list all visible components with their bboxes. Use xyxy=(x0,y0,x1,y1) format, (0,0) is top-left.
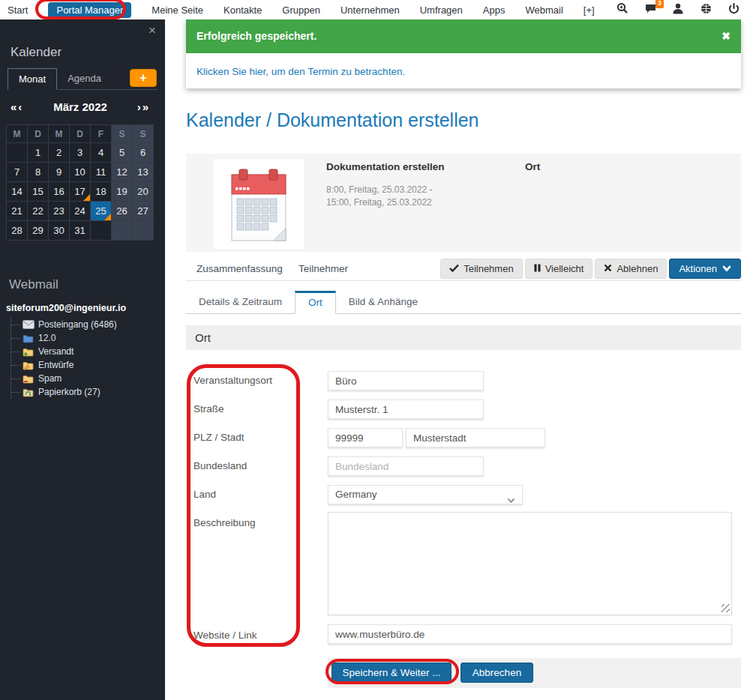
folder-label: 12.0 xyxy=(38,333,56,343)
tree-connector xyxy=(11,325,20,325)
webmail-folder-posteingang-6486[interactable]: Posteingang (6486) xyxy=(11,318,117,331)
tab-zusammenfassung[interactable]: Zusammenfassung xyxy=(196,263,283,274)
webmail-folder-entw-rfe[interactable]: Entwürfe xyxy=(11,358,117,372)
alert-header: Erfolgreich gespeichert. ✖ xyxy=(186,19,741,53)
calendar-day-16[interactable]: 16 xyxy=(49,182,70,202)
calendar-day-25[interactable]: 25 xyxy=(91,202,112,221)
calendar-day-11[interactable]: 11 xyxy=(91,163,112,182)
rsvp-buttons: TeilnehmenVielleichtAblehnenAktionen xyxy=(440,259,741,279)
view-event-link[interactable]: Klicken Sie hier, um den Termin zu betra… xyxy=(196,66,405,77)
calendar-day-2[interactable]: 2 xyxy=(49,143,70,163)
label-veranstaltungsort: Veranstaltungsort xyxy=(194,375,272,386)
calendar-day-1[interactable]: 1 xyxy=(28,143,49,163)
sidebar-tab-agenda[interactable]: Agenda xyxy=(57,68,112,89)
description-textarea[interactable] xyxy=(328,512,732,615)
event-time: 8:00, Freitag, 25.03.2022 - 15:00, Freit… xyxy=(326,184,432,209)
nav-item-meine-seite[interactable]: Meine Seite xyxy=(152,4,203,16)
alert-close-icon[interactable]: ✖ xyxy=(722,19,730,53)
calendar-day-3[interactable]: 3 xyxy=(70,143,91,163)
sidebar-close-icon[interactable]: × xyxy=(148,23,156,38)
folder-minus-icon xyxy=(22,374,34,384)
nav-item-kontakte[interactable]: Kontakte xyxy=(224,4,262,16)
webmail-folder-spam[interactable]: Spam xyxy=(11,372,117,385)
calendar-day-24[interactable]: 24 xyxy=(70,202,91,221)
zip-input[interactable] xyxy=(328,428,403,447)
nav-item-gruppen[interactable]: Gruppen xyxy=(282,4,320,16)
website-input[interactable] xyxy=(328,624,732,644)
rsvp-ablehnen-button[interactable]: Ablehnen xyxy=(595,259,667,279)
globe-icon[interactable] xyxy=(700,2,712,14)
calendar-day-17[interactable]: 17 xyxy=(70,182,91,202)
cancel-button[interactable]: Abbrechen xyxy=(460,663,533,683)
calendar-day-22[interactable]: 22 xyxy=(28,202,49,221)
calendar-day-29[interactable]: 29 xyxy=(28,221,49,241)
calendar-day-9[interactable]: 9 xyxy=(49,163,70,182)
success-alert: Erfolgreich gespeichert. ✖ Klicken Sie h… xyxy=(186,19,741,88)
calendar-day-31[interactable]: 31 xyxy=(70,221,91,241)
city-input[interactable] xyxy=(406,428,545,447)
alert-body: Klicken Sie hier, um den Termin zu betra… xyxy=(186,53,741,88)
webmail-folder-versandt[interactable]: Versandt xyxy=(11,345,117,358)
calendar-day-13[interactable]: 13 xyxy=(133,163,154,182)
weekday-header: S xyxy=(112,125,133,143)
nav-item-portal-manager[interactable]: Portal Manager xyxy=(48,2,131,18)
calendar-day-7[interactable]: 7 xyxy=(7,163,28,182)
calendar-day-21[interactable]: 21 xyxy=(7,202,28,221)
calendar-day-30[interactable]: 30 xyxy=(49,221,70,241)
nav-item-umfragen[interactable]: Umfragen xyxy=(420,4,463,16)
nav-item-start[interactable]: Start xyxy=(8,4,28,16)
sidebar-tab-monat[interactable]: Monat xyxy=(8,68,57,90)
street-input[interactable] xyxy=(328,399,484,419)
power-icon[interactable] xyxy=(728,2,740,14)
webmail-folder-12-0[interactable]: 12.0 xyxy=(11,331,117,345)
form-tab-ort[interactable]: Ort xyxy=(295,291,336,314)
calendar-day-23[interactable]: 23 xyxy=(49,202,70,221)
calendar-day-28[interactable]: 28 xyxy=(7,221,28,241)
calendar-day-5[interactable]: 5 xyxy=(112,143,133,163)
resize-handle[interactable] xyxy=(722,604,730,612)
form-tab-details-zeitraum[interactable]: Details & Zeitraum xyxy=(186,291,295,313)
nav-item-unternehmen[interactable]: Unternehmen xyxy=(340,4,400,16)
messages-icon[interactable]: 3 xyxy=(644,2,656,14)
search-icon[interactable] xyxy=(616,2,628,14)
nav-item-apps[interactable]: Apps xyxy=(483,4,506,16)
calendar-day-4[interactable]: 4 xyxy=(91,143,112,163)
folder-label: Posteingang (6486) xyxy=(38,319,117,330)
calendar-day-18[interactable]: 18 xyxy=(91,182,112,202)
weekday-header: S xyxy=(133,125,154,143)
tab-teilnehmer[interactable]: Teilnehmer xyxy=(298,263,348,274)
label-website-link: Website / Link xyxy=(194,630,257,641)
inbox-icon xyxy=(22,320,34,330)
nav-item-webmail[interactable]: Webmail xyxy=(525,4,562,16)
rsvp-label: Vielleicht xyxy=(545,263,584,274)
mini-calendar: MDMDFSS123456789101112131415161718192021… xyxy=(6,124,154,241)
nav-item-[interactable]: [+] xyxy=(584,4,595,16)
calendar-day-26[interactable]: 26 xyxy=(112,202,133,221)
save-button[interactable]: Speichern & Weiter ... xyxy=(332,663,452,683)
calendar-day-19[interactable]: 19 xyxy=(112,182,133,202)
calendar-day-27[interactable]: 27 xyxy=(133,202,154,221)
rsvp-teilnehmen-button[interactable]: Teilnehmen xyxy=(440,259,523,279)
next-month-button[interactable]: ›» xyxy=(137,100,150,113)
add-event-button[interactable]: + xyxy=(130,69,157,87)
venue-input[interactable] xyxy=(328,371,484,390)
calendar-day-12[interactable]: 12 xyxy=(112,163,133,182)
calendar-day-8[interactable]: 8 xyxy=(28,163,49,182)
webmail-account: siteforum200@ingenieur.io xyxy=(6,303,126,313)
top-nav-items: StartPortal ManagerMeine SeiteKontakteGr… xyxy=(0,2,595,18)
webmail-folder-papierkorb-27[interactable]: Papierkorb (27) xyxy=(11,385,117,399)
user-icon[interactable] xyxy=(672,2,684,14)
state-input[interactable] xyxy=(328,456,484,476)
calendar-day-6[interactable]: 6 xyxy=(133,143,154,163)
actions-button[interactable]: Aktionen xyxy=(669,259,741,279)
rsvp-vielleicht-button[interactable]: Vielleicht xyxy=(525,259,593,279)
x-icon xyxy=(604,263,612,274)
folder-label: Entwürfe xyxy=(38,360,74,370)
calendar-day-20[interactable]: 20 xyxy=(133,182,154,202)
form-tab-bild-anh-nge[interactable]: Bild & Anhänge xyxy=(336,291,430,313)
calendar-day-15[interactable]: 15 xyxy=(28,182,49,202)
calendar-day-10[interactable]: 10 xyxy=(70,163,91,182)
label-plz-stadt: PLZ / Stadt xyxy=(194,432,244,443)
country-select[interactable]: Germany xyxy=(328,485,523,504)
calendar-day-14[interactable]: 14 xyxy=(7,182,28,202)
